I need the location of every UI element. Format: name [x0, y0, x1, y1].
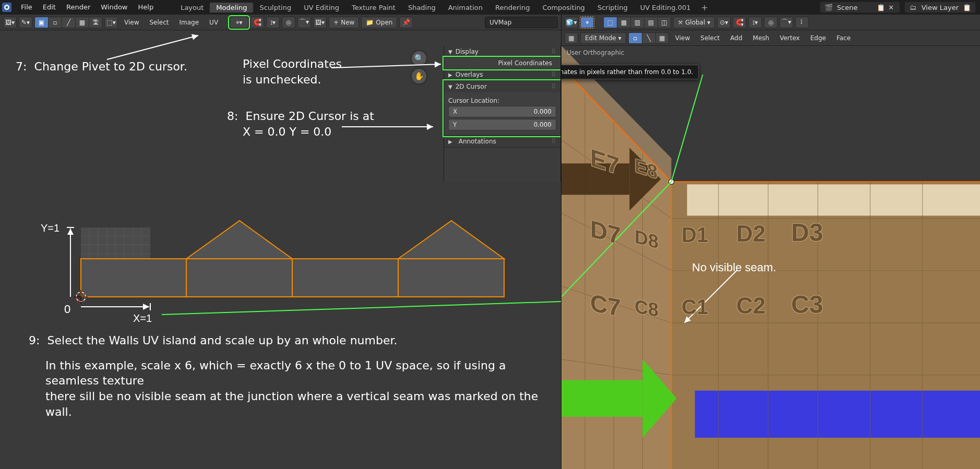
gizmo-opt3[interactable]: ▥: [630, 17, 644, 28]
svg-rect-24: [398, 259, 504, 297]
uv-new-image-button[interactable]: +New: [329, 17, 359, 28]
view3d-menu-edge[interactable]: Edge: [806, 34, 830, 42]
view3d-menu-view[interactable]: View: [671, 34, 694, 42]
uv-pivot-dropdown[interactable]: ⌖▾: [230, 17, 248, 28]
menu-render[interactable]: Render: [61, 0, 95, 15]
view-layer-selector[interactable]: 🗂 View Layer 📋: [904, 2, 976, 13]
triangle-down-icon: ▼: [448, 49, 452, 55]
gizmo-opt2[interactable]: ▦: [617, 17, 630, 28]
cursor-y-value: 0.000: [534, 121, 552, 128]
view3d-editor-type-dropdown[interactable]: 🧊▾: [565, 17, 578, 28]
proportional-falloff-dropdown[interactable]: ⌒▾: [780, 17, 793, 28]
workspace-tab-sculpting[interactable]: Sculpting: [253, 3, 297, 13]
select-mode-face[interactable]: ▦: [655, 32, 669, 44]
anno-pixelcoords-heading: Pixel Coordinates: [243, 56, 342, 72]
scene-delete-icon[interactable]: ✕: [886, 2, 897, 13]
proportional-toggle[interactable]: ◎: [764, 17, 778, 28]
workspace-tab-scripting[interactable]: Scripting: [591, 3, 634, 13]
pivot-dropdown[interactable]: ⊙▾: [717, 17, 731, 28]
anno-no-seam: No visible seam.: [692, 260, 776, 275]
uv-open-image-button[interactable]: 📁Open: [361, 17, 397, 28]
workspace-tab-compositing[interactable]: Compositing: [536, 3, 591, 13]
svg-marker-25: [186, 221, 292, 259]
header-options-dropdown[interactable]: ⠇: [795, 17, 809, 28]
view3d-menu-face[interactable]: Face: [832, 34, 855, 42]
workspace-tab-rendering[interactable]: Rendering: [489, 3, 536, 13]
gizmo-opt5[interactable]: ◫: [658, 17, 671, 28]
anno-step7-text: Change Pivet to 2D cursor.: [34, 60, 187, 73]
gizmo-opt4[interactable]: ▤: [644, 17, 658, 28]
uv-select-mode-island[interactable]: 🏝: [89, 17, 102, 28]
svg-marker-26: [398, 221, 504, 259]
anno-step8: 8: Ensure 2D Cursor is at X = 0.0 Y = 0.…: [227, 109, 374, 139]
uv-proportional-falloff-dropdown[interactable]: ⌒▾: [297, 17, 311, 28]
uv-select-mode-sync[interactable]: ▣: [34, 17, 48, 28]
uv-menu-view[interactable]: View: [120, 19, 143, 26]
drag-handle-icon[interactable]: ⠿: [551, 71, 556, 78]
annotations-section-header[interactable]: ▶ Annotations ⠿: [444, 136, 560, 147]
uv-mode-dropdown[interactable]: ✎▾: [19, 17, 32, 28]
select-mode-vertex[interactable]: ▫: [628, 32, 642, 44]
cursor-section-header[interactable]: ▼ 2D Cursor ⠿: [444, 81, 560, 92]
drag-handle-icon[interactable]: ⠿: [551, 138, 556, 145]
cursor-x-field[interactable]: X 0.000: [448, 106, 556, 117]
drag-handle-icon[interactable]: ⠿: [551, 83, 556, 90]
drag-handle-icon[interactable]: ⠿: [551, 48, 556, 55]
uv-select-mode-face[interactable]: ▦: [75, 17, 89, 28]
uv-pin-button[interactable]: 📌: [399, 17, 413, 28]
workspace-tab-shading[interactable]: Shading: [402, 3, 442, 13]
view3d-header-bottom: ▦ Edit Mode ▾ ▫ ╲ ▦ View Select Add Mesh…: [561, 30, 980, 46]
transform-orientation-dropdown[interactable]: ⤧ Global ▾: [673, 17, 715, 28]
anno-zero: 0: [64, 302, 70, 317]
mode-selector[interactable]: Edit Mode ▾: [580, 32, 626, 44]
scene-selector[interactable]: 🎬 Scene 📋 ✕: [820, 2, 900, 13]
menu-window[interactable]: Window: [95, 0, 133, 15]
uv-sticky-dropdown[interactable]: ⬚▾: [104, 17, 118, 28]
face-label: D3: [791, 218, 823, 247]
workspace-tab-texturepaint[interactable]: Texture Paint: [345, 3, 402, 13]
workspace-tab-uvediting[interactable]: UV Editing: [297, 3, 345, 13]
menu-edit[interactable]: Edit: [38, 0, 61, 15]
uv-menu-image[interactable]: Image: [175, 19, 204, 26]
overlays-label: Overlays: [456, 71, 483, 78]
uv-display-channels-dropdown[interactable]: 🖼▾: [313, 17, 327, 28]
uv-editor-canvas[interactable]: 🔍 ✋: [0, 30, 561, 469]
view3d-cursor-tool[interactable]: ⌖: [580, 17, 594, 28]
overlays-subheader[interactable]: ▶ Overlays ⠿: [444, 69, 560, 80]
uv-select-mode-vertex[interactable]: ▫: [48, 17, 62, 28]
select-mode-edge[interactable]: ╲: [642, 32, 655, 44]
view3d-gizmo-group: ⬚ ▦ ▥ ▤ ◫: [603, 17, 671, 28]
cursor-y-field[interactable]: Y 0.000: [448, 119, 556, 130]
svg-rect-38: [687, 184, 980, 215]
uv-proportional-toggle[interactable]: ◎: [282, 17, 295, 28]
workspace-tab-modeling[interactable]: Modeling: [210, 3, 253, 13]
uv-menu-uv[interactable]: UV: [205, 19, 222, 26]
scene-new-icon[interactable]: 📋: [876, 2, 886, 13]
snap-toggle[interactable]: 🧲: [733, 17, 746, 28]
editor-type-dropdown[interactable]: 🖼▾: [3, 17, 17, 28]
view3d-menu-add[interactable]: Add: [726, 34, 746, 42]
svg-rect-22: [186, 259, 292, 297]
view3d-menu-vertex[interactable]: Vertex: [775, 34, 804, 42]
workspace-tab-layout[interactable]: Layout: [174, 3, 210, 13]
workspace-tab-animation[interactable]: Animation: [442, 3, 489, 13]
uv-menu-select[interactable]: Select: [145, 19, 173, 26]
snap-target-dropdown[interactable]: ⟟▾: [748, 17, 762, 28]
display-section: ▼ Display ⠿ Pixel Coordinates ▶ Overlays…: [444, 46, 560, 81]
display-section-header[interactable]: ▼ Display ⠿: [444, 46, 560, 57]
uv-map-selector[interactable]: UVMap: [485, 17, 558, 28]
uv-select-mode-edge[interactable]: ╱: [62, 17, 75, 28]
face-label: C2: [736, 293, 766, 319]
view-layer-name: View Layer: [918, 4, 962, 11]
uv-snap-toggle[interactable]: 🧲: [250, 17, 264, 28]
view3d-menu-mesh[interactable]: Mesh: [749, 34, 774, 42]
gizmo-bounds[interactable]: ⬚: [603, 17, 617, 28]
view-layer-new-icon[interactable]: 📋: [962, 2, 972, 13]
view3d-canvas[interactable]: User Orthographic Display UV coordinates…: [561, 46, 980, 469]
workspace-add-button[interactable]: +: [697, 3, 712, 13]
uv-snap-target-dropdown[interactable]: ⟟▾: [266, 17, 280, 28]
menu-file[interactable]: File: [16, 0, 38, 15]
workspace-tab-uvediting001[interactable]: UV Editing.001: [634, 3, 697, 13]
menu-help[interactable]: Help: [133, 0, 159, 15]
view3d-menu-select[interactable]: Select: [696, 34, 724, 42]
